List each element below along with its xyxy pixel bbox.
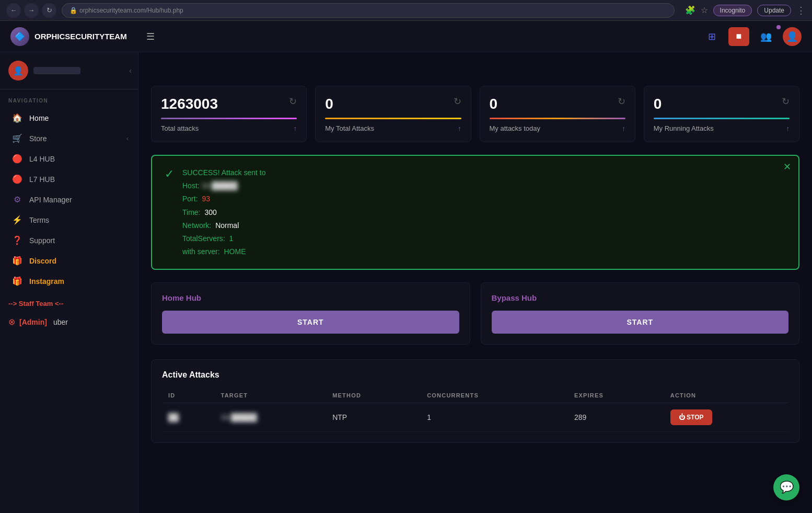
sidebar-item-label-discord: Discord bbox=[29, 257, 56, 265]
browser-profile: Incognito bbox=[713, 5, 752, 16]
stat-card-total-attacks: 1263003 ↻ Total attacks ↑ bbox=[151, 86, 307, 142]
chat-bubble[interactable]: 💬 bbox=[773, 474, 799, 500]
reload-button[interactable]: ↻ bbox=[42, 3, 56, 18]
alert-success-text: SUCCESS! Attack sent to bbox=[182, 168, 266, 177]
sidebar-item-api[interactable]: ⚙ API Manager bbox=[3, 189, 135, 210]
stat-bar-my-total-attacks bbox=[325, 118, 461, 119]
more-icon[interactable]: ⋮ bbox=[796, 5, 806, 16]
alert-content: SUCCESS! Attack sent to Host: 34.█████ P… bbox=[182, 166, 266, 258]
attack-col-id: ID bbox=[162, 388, 215, 403]
sidebar-item-label-store: Store bbox=[29, 134, 47, 143]
attack-col-action: ACTION bbox=[664, 388, 788, 403]
sidebar-item-label-terms: Terms bbox=[29, 216, 49, 224]
browser-bar: ← → ↻ 🔒 orphicsecurityteam.com/Hub/hub.p… bbox=[0, 0, 812, 21]
sidebar-item-home[interactable]: 🏠 Home bbox=[3, 108, 135, 128]
admin-name: uber bbox=[53, 318, 68, 326]
alert-network-value: Normal bbox=[215, 221, 239, 230]
hub-title-bypass-hub: Bypass Hub bbox=[492, 293, 789, 302]
sidebar-item-store[interactable]: 🛒 Store ‹ bbox=[3, 128, 135, 149]
attacks-section: Active Attacks IDTARGETMETHODCONCURRENTS… bbox=[151, 359, 799, 443]
stat-refresh-my-total-attacks[interactable]: ↻ bbox=[454, 96, 461, 107]
sidebar-item-terms[interactable]: ⚡ Terms bbox=[3, 210, 135, 230]
lock-icon: 🔒 bbox=[69, 7, 77, 14]
status-dot bbox=[776, 25, 781, 29]
stat-bar-my-running-attacks bbox=[654, 118, 790, 119]
alert-host-value: 34.█████ bbox=[202, 181, 238, 190]
l7-icon: 🔴 bbox=[11, 174, 23, 184]
stat-refresh-total-attacks[interactable]: ↻ bbox=[289, 96, 297, 107]
stat-card-my-running-attacks: 0 ↻ My Running Attacks ↑ bbox=[644, 86, 799, 142]
home-icon: 🏠 bbox=[11, 113, 23, 123]
stat-label-total-attacks: Total attacks bbox=[161, 124, 199, 132]
sidebar-item-label-support: Support bbox=[29, 236, 55, 245]
browser-nav-buttons: ← → ↻ bbox=[6, 3, 56, 18]
url-bar[interactable]: 🔒 orphicsecurityteam.com/Hub/hub.php bbox=[62, 3, 675, 18]
app-header: 🔷 ORPHICSECURITYTEAM ☰ ⊞ ■ 👥 👤 bbox=[0, 21, 812, 52]
admin-dot-icon: ⊗ bbox=[8, 317, 15, 327]
alert-port-label: Port: bbox=[182, 195, 198, 203]
terms-icon: ⚡ bbox=[11, 215, 23, 225]
store-icon: 🛒 bbox=[11, 133, 23, 143]
support-icon: ❓ bbox=[11, 235, 23, 245]
hub-start-btn-home-hub[interactable]: START bbox=[162, 311, 459, 334]
record-button[interactable]: ■ bbox=[728, 27, 749, 46]
alert-close-icon[interactable]: ✕ bbox=[783, 161, 791, 173]
attack-cell-method: NTP bbox=[326, 403, 421, 432]
logo-text: ORPHICSECURITYTEAM bbox=[34, 32, 127, 41]
forward-button[interactable]: → bbox=[24, 3, 39, 18]
sidebar-item-discord[interactable]: 🎁 Discord bbox=[3, 250, 135, 271]
attacks-title: Active Attacks bbox=[162, 370, 788, 380]
user-name-blurred bbox=[33, 67, 80, 74]
user-avatar-sidebar: 👤 bbox=[8, 61, 28, 81]
attack-col-target: TARGET bbox=[215, 388, 327, 403]
stat-label-my-attacks-today: My attacks today bbox=[490, 124, 541, 132]
stat-label-my-running-attacks: My Running Attacks bbox=[654, 124, 714, 132]
hub-title-home-hub: Home Hub bbox=[162, 293, 459, 302]
attack-col-method: METHOD bbox=[326, 388, 421, 403]
user-avatar-header[interactable]: 👤 bbox=[783, 27, 802, 46]
sidebar-item-label-home: Home bbox=[29, 114, 49, 122]
sidebar-collapse-icon[interactable]: ‹ bbox=[129, 66, 132, 75]
browser-actions: 🧩 ☆ Incognito Update ⋮ bbox=[685, 5, 806, 16]
sidebar-item-support[interactable]: ❓ Support bbox=[3, 230, 135, 250]
stat-refresh-my-attacks-today[interactable]: ↻ bbox=[618, 96, 625, 107]
attack-row: ██34.█████NTP1289⏻ STOP bbox=[162, 403, 788, 432]
alert-host-label: Host: bbox=[182, 181, 200, 190]
admin-item[interactable]: ⊗ [Admin] uber bbox=[0, 312, 138, 332]
hub-start-btn-bypass-hub[interactable]: START bbox=[492, 311, 789, 334]
instagram-icon: 🎁 bbox=[11, 276, 23, 286]
update-button[interactable]: Update bbox=[757, 5, 791, 16]
app-logo: 🔷 ORPHICSECURITYTEAM bbox=[10, 27, 141, 46]
star-icon[interactable]: ☆ bbox=[701, 5, 708, 15]
back-button[interactable]: ← bbox=[6, 3, 21, 18]
sidebar-item-instagram[interactable]: 🎁 Instagram bbox=[3, 271, 135, 291]
header-icons: ⊞ ■ 👥 👤 bbox=[702, 27, 802, 46]
stat-number-my-attacks-today: 0 bbox=[490, 96, 498, 112]
nav-section-label: NAVIGATION bbox=[0, 89, 138, 108]
discord-header-icon[interactable]: ⊞ bbox=[702, 27, 721, 46]
alert-time-value: 300 bbox=[204, 208, 216, 216]
api-icon: ⚙ bbox=[11, 195, 23, 204]
stat-number-my-running-attacks: 0 bbox=[654, 96, 662, 112]
url-text: orphicsecurityteam.com/Hub/hub.php bbox=[79, 7, 183, 14]
stop-button[interactable]: ⏻ STOP bbox=[670, 409, 712, 425]
alert-port-value: 93 bbox=[202, 195, 210, 203]
stat-arrow-my-attacks-today: ↑ bbox=[622, 124, 625, 132]
hub-section-home-hub: Home Hub START bbox=[151, 282, 470, 345]
users-icon[interactable]: 👥 bbox=[757, 27, 775, 46]
extensions-icon: 🧩 bbox=[685, 5, 695, 15]
attack-cell-id: ██ bbox=[162, 403, 215, 432]
hubs-grid: Home Hub START Bypass Hub START bbox=[151, 282, 799, 345]
menu-toggle-icon[interactable]: ☰ bbox=[146, 31, 155, 42]
stat-arrow-my-total-attacks: ↑ bbox=[458, 124, 461, 132]
sidebar-item-l4hub[interactable]: 🔴 L4 HUB bbox=[3, 149, 135, 169]
attack-cell-concurrents: 1 bbox=[421, 403, 568, 432]
store-chevron-icon: ‹ bbox=[126, 135, 129, 142]
staff-team-label: --> Staff Team <-- bbox=[0, 291, 138, 312]
attack-cell-target: 34.█████ bbox=[215, 403, 327, 432]
sidebar-item-l7hub[interactable]: 🔴 L7 HUB bbox=[3, 169, 135, 189]
sidebar-item-label-l4hub: L4 HUB bbox=[29, 155, 55, 163]
stat-refresh-my-running-attacks[interactable]: ↻ bbox=[782, 96, 790, 107]
alert-time-label: Time: bbox=[182, 208, 200, 216]
alert-with-server-label: with server: bbox=[182, 247, 220, 256]
